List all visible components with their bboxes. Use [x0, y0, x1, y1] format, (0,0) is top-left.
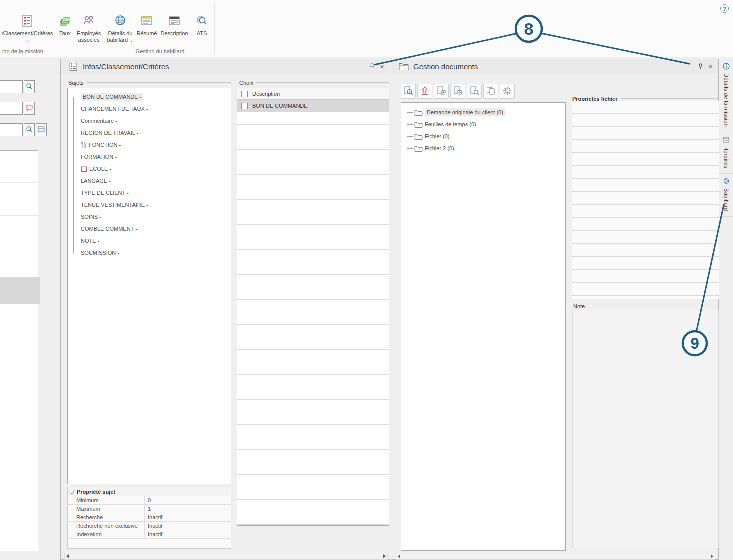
- left-cropped-input-1[interactable]: [0, 80, 23, 93]
- close-icon[interactable]: ✕: [380, 64, 384, 70]
- folder-item[interactable]: Feuilles de temps (0): [401, 118, 565, 130]
- propriete-sujet-grid: Propriété sujet Minimum0 Maximum1 Recher…: [67, 487, 231, 549]
- panel-title-bar[interactable]: Infos/Classement/Critères ✕: [61, 59, 390, 74]
- search-icon: [26, 126, 33, 134]
- horizontal-scrollbar[interactable]: [64, 553, 388, 560]
- help-icon[interactable]: ?: [720, 4, 729, 13]
- pin-icon[interactable]: [369, 63, 375, 71]
- ribbon-button-taux[interactable]: Taux: [56, 14, 74, 53]
- ribbon-button-label: Résumé: [137, 30, 157, 37]
- tree-item[interactable]: TENUE VESTIMENTAIRE -: [68, 199, 231, 211]
- ribbon-button-label: Détails du babillard: [107, 30, 132, 43]
- scrollbar-track[interactable]: [400, 553, 711, 559]
- empty-grid-rows: [237, 112, 389, 525]
- property-row[interactable]: Minimum0: [68, 496, 231, 505]
- search-button[interactable]: [24, 123, 35, 136]
- preview-document-button[interactable]: [401, 84, 416, 99]
- document-history-button[interactable]: [450, 84, 465, 99]
- sujets-tree[interactable]: BON DE COMMANDE - CHANGEMENT DE TAUX - C…: [67, 88, 231, 484]
- ribbon-button-details-babillard[interactable]: Détails du babillard ⌄: [106, 14, 135, 53]
- propriete-sujet-header[interactable]: Propriété sujet: [68, 487, 231, 496]
- note-area[interactable]: [572, 310, 719, 548]
- note-label: Note: [573, 303, 585, 309]
- left-cropped-input-3[interactable]: [0, 123, 23, 136]
- document-search-icon: [403, 86, 413, 97]
- property-row[interactable]: IndexationInactif: [68, 530, 231, 539]
- copy-document-button[interactable]: [483, 84, 498, 99]
- tree-item[interactable]: TYPE DE CLIENT -: [68, 187, 231, 199]
- checkbox[interactable]: [241, 103, 248, 109]
- settings-button[interactable]: [500, 84, 515, 99]
- list-divider: [0, 215, 38, 216]
- scroll-right-arrow-icon[interactable]: [383, 554, 386, 558]
- side-tab-babillard[interactable]: Babillard: [719, 174, 733, 217]
- description-window-icon: [168, 14, 181, 29]
- choix-grid[interactable]: Description BON DE COMMANDE: [237, 88, 389, 526]
- ribbon-button-classement-criteres[interactable]: /Classement/Critères ⌄: [0, 14, 54, 53]
- calendar-icon: [723, 136, 729, 144]
- upload-document-button[interactable]: [417, 84, 432, 99]
- ribbon-button-description[interactable]: Description: [158, 14, 190, 53]
- horizontal-scrollbar[interactable]: [396, 553, 715, 560]
- search-button[interactable]: [24, 80, 35, 93]
- proprietes-fichier-grid[interactable]: [572, 101, 719, 299]
- scrollbar-track[interactable]: [69, 553, 383, 559]
- search-document-button[interactable]: [467, 84, 482, 99]
- tree-item[interactable]: FORMATION -: [68, 151, 231, 163]
- tree-item[interactable]: COMBLÉ COMMENT -: [68, 223, 231, 235]
- school-icon: [81, 166, 87, 172]
- tree-item[interactable]: CHANGEMENT DE TAUX -: [68, 103, 231, 115]
- tree-item[interactable]: BON DE COMMANDE -: [68, 91, 231, 103]
- panel-title-bar[interactable]: Gestion documents ✕: [391, 59, 718, 74]
- globe-icon: [723, 178, 730, 186]
- folder-icon: [414, 121, 423, 128]
- side-tab-horaires[interactable]: Horaires: [719, 132, 733, 174]
- choix-selected-row[interactable]: BON DE COMMANDE: [237, 100, 389, 112]
- tree-item[interactable]: NOTE -: [68, 235, 231, 247]
- pin-icon[interactable]: [698, 63, 703, 71]
- search-icon: [26, 83, 33, 91]
- tree-item[interactable]: SOINS -: [68, 211, 231, 223]
- column-header: Description: [252, 91, 280, 97]
- list-divider: [0, 182, 38, 183]
- group-line: [87, 82, 231, 83]
- tree-item[interactable]: SOUMISSION -: [68, 247, 231, 259]
- tree-item[interactable]: FONCTION -: [68, 139, 231, 151]
- folder-item[interactable]: Fichier 2 (0): [401, 142, 565, 154]
- comment-icon: [26, 105, 33, 112]
- side-tab-details-mission[interactable]: Détails de la mission: [719, 59, 733, 132]
- list-divider: [0, 166, 38, 166]
- summary-window-icon: [140, 14, 153, 29]
- left-cropped-input-2[interactable]: [0, 102, 23, 115]
- selected-row-fragment[interactable]: [0, 277, 40, 304]
- collapse-triangle-icon: [70, 489, 74, 495]
- open-window-button[interactable]: [36, 123, 47, 136]
- folder-item[interactable]: Demande originale du client (0): [401, 106, 565, 118]
- panel-title: Infos/Classement/Critères: [83, 62, 169, 71]
- panel-gestion-documents: Gestion documents ✕: [391, 59, 719, 560]
- tree-item[interactable]: LANGAGE -: [68, 175, 231, 187]
- group-line: [256, 82, 389, 83]
- close-icon[interactable]: ✕: [708, 64, 713, 70]
- folder-item[interactable]: Fichier (0): [401, 130, 565, 142]
- checkbox[interactable]: [241, 91, 248, 97]
- left-cropped-list[interactable]: [0, 150, 38, 551]
- comment-button[interactable]: [24, 102, 35, 115]
- ribbon-button-resume[interactable]: Résumé: [136, 14, 158, 53]
- choix-header-row[interactable]: Description: [237, 88, 389, 100]
- scroll-right-arrow-icon[interactable]: [711, 554, 713, 558]
- tree-item[interactable]: ÉCOLE -: [68, 163, 231, 175]
- ribbon-button-ats[interactable]: ATS: [192, 14, 212, 53]
- tree-item[interactable]: Commentaire -: [68, 115, 231, 127]
- property-row[interactable]: Maximum1: [68, 505, 231, 513]
- tree-item[interactable]: RÉGION DE TRAVAIL -: [68, 127, 231, 139]
- add-document-button[interactable]: [434, 84, 449, 99]
- property-row[interactable]: Recherche non exclusiveInactif: [68, 522, 231, 530]
- checklist-icon: [21, 14, 34, 29]
- ribbon-button-employes-associes[interactable]: Employés associés: [75, 14, 103, 53]
- group-line: [621, 98, 718, 99]
- property-row[interactable]: RechercheInactif: [68, 513, 231, 522]
- folders-tree[interactable]: Demande originale du client (0) Feuilles…: [401, 102, 566, 551]
- folder-icon: [399, 62, 409, 71]
- panel-title: Gestion documents: [413, 62, 478, 71]
